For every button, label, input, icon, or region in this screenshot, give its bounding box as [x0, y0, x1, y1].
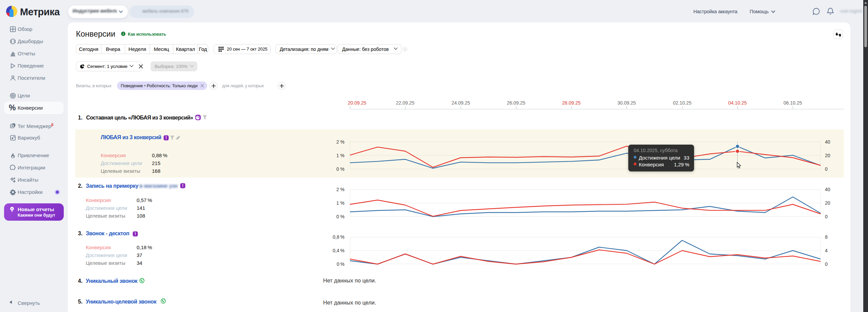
svg-text:!: ! [182, 183, 183, 188]
svg-text:!: ! [135, 232, 136, 236]
svg-text:!: ! [165, 135, 167, 140]
